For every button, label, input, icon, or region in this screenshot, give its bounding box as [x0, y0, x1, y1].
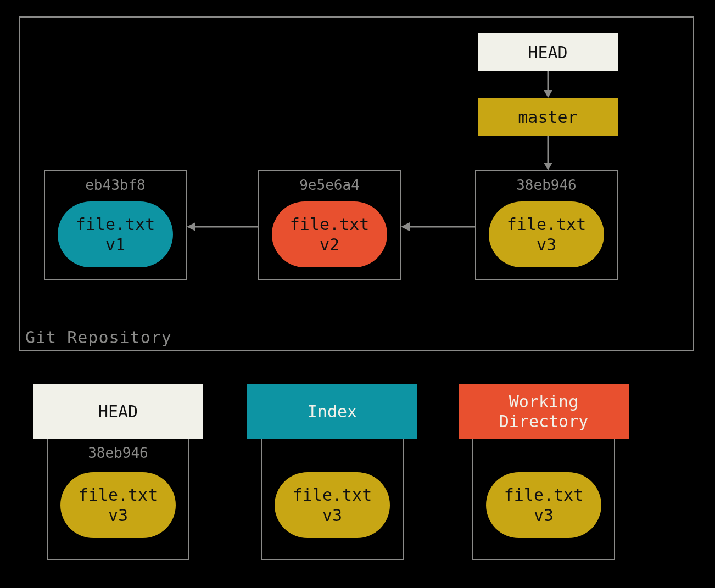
area-index: Index file.txt v3 [247, 384, 417, 560]
commit-box-2: 9e5e6a4 file.txt v2 [258, 170, 401, 280]
arrow-master-to-commit [547, 136, 549, 170]
area-index-file: file.txt [293, 485, 372, 506]
branch-master-box: master [478, 98, 618, 136]
commit-version-3: v3 [537, 234, 556, 255]
area-head-file: file.txt [79, 485, 158, 506]
area-head-version: v3 [108, 505, 128, 526]
commit-hash-3: 38eb946 [476, 177, 617, 193]
commit-box-3: 38eb946 file.txt v3 [475, 170, 618, 280]
commit-file-2: file.txt [290, 214, 370, 235]
branch-master-label: master [518, 108, 577, 127]
area-index-blob: file.txt v3 [275, 472, 390, 538]
commit-box-1: eb43bf8 file.txt v1 [44, 170, 187, 280]
head-ref-box: HEAD [478, 33, 618, 71]
commit-version-2: v2 [320, 234, 339, 255]
commit-version-1: v1 [105, 234, 125, 255]
head-ref-label: HEAD [528, 43, 567, 62]
area-working-directory-body: file.txt v3 [472, 439, 615, 560]
area-index-version: v3 [322, 505, 342, 526]
area-working-directory: Working Directory file.txt v3 [459, 384, 629, 560]
commit-file-1: file.txt [76, 214, 155, 235]
commit-hash-1: eb43bf8 [45, 177, 186, 193]
arrow-head-to-master [547, 71, 549, 98]
area-head: HEAD 38eb946 file.txt v3 [33, 384, 203, 560]
arrow-commit3-to-commit2 [401, 224, 475, 229]
area-working-directory-blob: file.txt v3 [486, 472, 601, 538]
area-index-body: file.txt v3 [261, 439, 404, 560]
area-working-directory-header: Working Directory [459, 384, 629, 439]
commit-hash-2: 9e5e6a4 [259, 177, 400, 193]
area-working-directory-version: v3 [534, 505, 554, 526]
area-index-header: Index [247, 384, 417, 439]
area-head-header: HEAD [33, 384, 203, 439]
commit-blob-2: file.txt v2 [272, 201, 387, 267]
area-head-hash: 38eb946 [48, 439, 188, 461]
area-working-directory-file: file.txt [504, 485, 584, 506]
area-head-blob: file.txt v3 [60, 472, 176, 538]
commit-blob-1: file.txt v1 [58, 201, 173, 267]
area-head-body: 38eb946 file.txt v3 [47, 439, 189, 560]
commit-blob-3: file.txt v3 [489, 201, 604, 267]
git-repository-label: Git Repository [25, 328, 172, 347]
arrow-commit2-to-commit1 [187, 224, 258, 229]
commit-file-3: file.txt [507, 214, 586, 235]
area-working-directory-title: Working Directory [499, 392, 589, 432]
area-head-title: HEAD [98, 402, 138, 422]
area-index-title: Index [308, 402, 357, 422]
